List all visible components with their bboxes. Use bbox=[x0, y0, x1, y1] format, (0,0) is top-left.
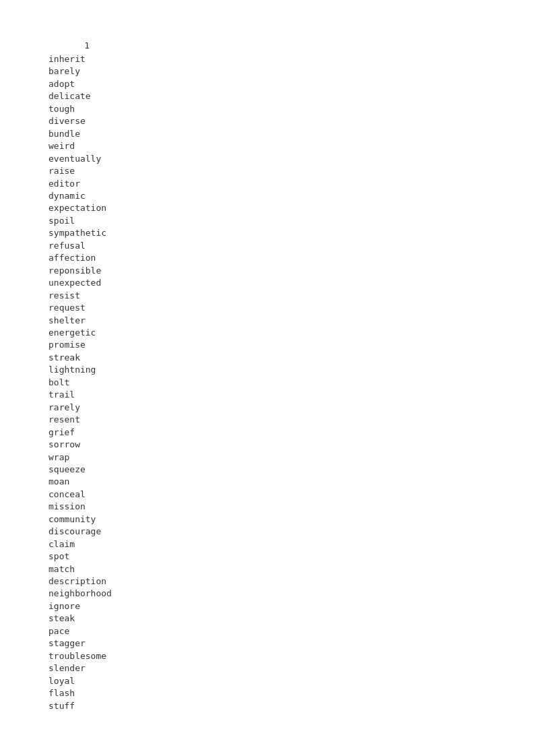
list-item: match bbox=[48, 563, 534, 575]
word-list: inheritbarelyadoptdelicatetoughdiversebu… bbox=[48, 53, 534, 712]
list-item: eventually bbox=[48, 153, 534, 165]
list-item: dynamic bbox=[48, 190, 534, 202]
list-item: stagger bbox=[48, 637, 534, 650]
list-item: resent bbox=[48, 414, 534, 426]
list-item: rarely bbox=[48, 402, 534, 414]
list-item: lightning bbox=[48, 364, 534, 376]
list-item: reponsible bbox=[48, 265, 534, 277]
list-item: mission bbox=[48, 501, 534, 513]
list-item: weird bbox=[48, 140, 534, 152]
list-item: grief bbox=[48, 427, 534, 439]
list-item: barely bbox=[48, 65, 534, 77]
list-item: trail bbox=[48, 389, 534, 401]
list-item: neighborhood bbox=[48, 588, 534, 600]
list-item: conceal bbox=[48, 489, 534, 501]
list-item: description bbox=[48, 575, 534, 588]
list-item: spoil bbox=[48, 215, 534, 227]
list-item: diverse bbox=[48, 115, 534, 127]
list-item: editor bbox=[48, 178, 534, 190]
list-item: raise bbox=[48, 165, 534, 177]
list-item: slender bbox=[48, 662, 534, 674]
list-item: bundle bbox=[48, 128, 534, 140]
list-item: bolt bbox=[48, 377, 534, 389]
list-item: ignore bbox=[48, 600, 534, 612]
list-item: promise bbox=[48, 339, 534, 351]
list-item: sympathetic bbox=[48, 227, 534, 239]
list-item: claim bbox=[48, 538, 534, 550]
list-item: pace bbox=[48, 625, 534, 637]
list-item: adopt bbox=[48, 78, 534, 90]
list-item: wrap bbox=[48, 451, 534, 464]
list-item: streak bbox=[48, 352, 534, 364]
list-item: flash bbox=[48, 687, 534, 699]
list-item: discourage bbox=[48, 526, 534, 538]
list-item: community bbox=[48, 513, 534, 526]
list-item: delicate bbox=[48, 90, 534, 102]
list-item: refusal bbox=[48, 240, 534, 252]
list-item: loyal bbox=[48, 675, 534, 687]
list-item: affection bbox=[48, 252, 534, 264]
list-item: spot bbox=[48, 550, 534, 563]
list-item: tough bbox=[48, 103, 534, 115]
list-item: resist bbox=[48, 290, 534, 302]
list-item: expectation bbox=[48, 202, 534, 214]
list-item: request bbox=[48, 302, 534, 314]
list-item: steak bbox=[48, 612, 534, 625]
list-item: sorrow bbox=[48, 439, 534, 451]
list-item: moan bbox=[48, 476, 534, 488]
list-item: inherit bbox=[48, 53, 534, 65]
page-number: 1 bbox=[48, 40, 534, 51]
list-item: stuff bbox=[48, 700, 534, 712]
list-item: shelter bbox=[48, 315, 534, 327]
list-item: energetic bbox=[48, 327, 534, 339]
list-item: unexpected bbox=[48, 277, 534, 289]
list-item: troublesome bbox=[48, 650, 534, 662]
list-item: squeeze bbox=[48, 464, 534, 476]
